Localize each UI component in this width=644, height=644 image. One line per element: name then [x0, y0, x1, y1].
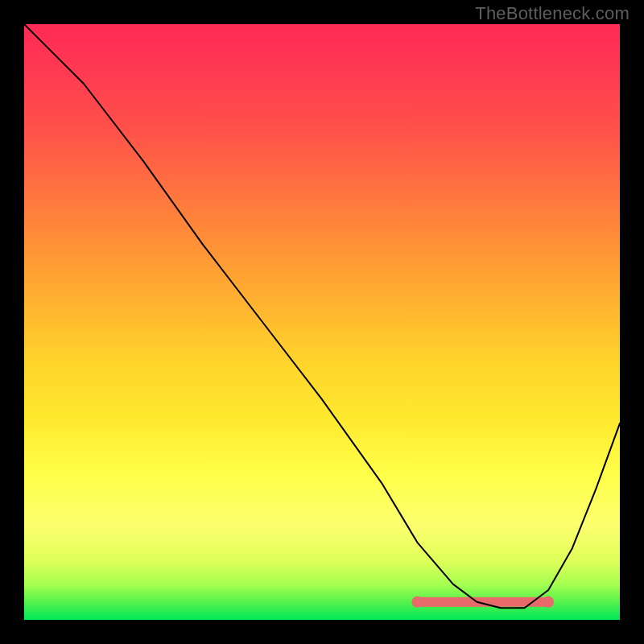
chart-overlay [24, 24, 620, 620]
watermark-text: TheBottleneck.com [475, 3, 630, 24]
highlight-end-dot [543, 597, 554, 608]
chart-frame: TheBottleneck.com [0, 0, 644, 644]
plot-area [24, 24, 620, 620]
bottleneck-curve [24, 24, 620, 608]
